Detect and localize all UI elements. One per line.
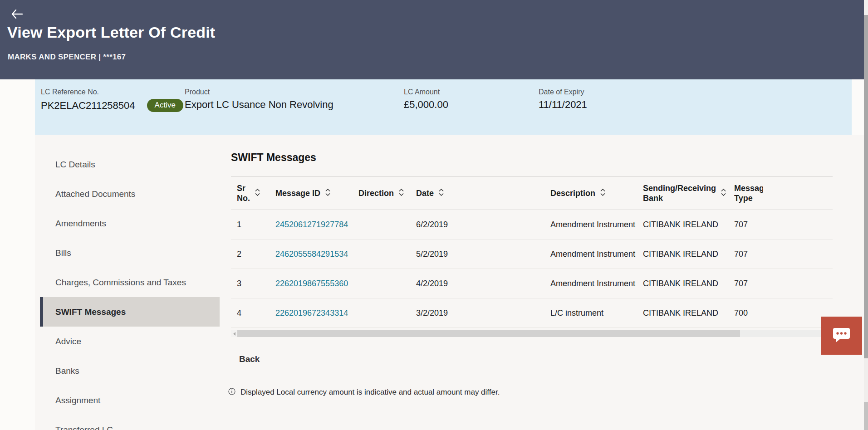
back-arrow-button[interactable]: [10, 8, 25, 21]
info-circle-icon: [228, 388, 235, 397]
cell-bank: CITIBANK IRELAND: [643, 308, 734, 318]
sidebar-item-label: Attached Documents: [55, 189, 135, 199]
summary-field: LC Reference No. PK2ELAC211258504 Active: [41, 88, 183, 112]
column-header-label: Direction: [358, 188, 394, 198]
cell-description: L/C instrument: [550, 308, 643, 318]
summary-bar: LC Reference No. PK2ELAC211258504 Active…: [35, 79, 852, 135]
app-header: View Export Letter Of Credit MARKS AND S…: [0, 0, 868, 79]
horizontal-scrollbar-thumb[interactable]: [237, 330, 740, 337]
cell-message-type: 707: [734, 249, 833, 259]
sidebar-item-label: Assignment: [55, 396, 100, 406]
cell-sr-no: 4: [231, 308, 275, 318]
field-value: 11/11/2021: [539, 99, 587, 111]
summary-field: Product Export LC Usance Non Revolving: [185, 88, 333, 111]
vertical-scrollbar-bottom: [864, 402, 868, 430]
column-header[interactable]: Sr No.: [231, 183, 275, 203]
summary-field: Date of Expiry 11/11/2021: [539, 88, 587, 111]
column-header[interactable]: Date: [416, 188, 550, 199]
table-row: 2 2462055584291534 5/2/2019 Amendment In…: [231, 239, 833, 269]
info-note-text: Displayed Local currency amount is indic…: [240, 388, 500, 397]
page-subtitle: MARKS AND SPENCER | ***167: [8, 53, 126, 62]
field-label: Date of Expiry: [539, 88, 587, 96]
sort-icon[interactable]: [600, 188, 606, 199]
sidebar-item-label: Amendments: [55, 219, 106, 229]
page-title: View Export Letter Of Credit: [7, 24, 215, 41]
column-header[interactable]: Message ID: [275, 188, 358, 199]
chat-bubble-icon: [833, 327, 851, 344]
sidebar-item[interactable]: Advice: [40, 327, 220, 356]
sidebar-item[interactable]: SWIFT Messages: [40, 297, 220, 327]
cell-bank: CITIBANK IRELAND: [643, 220, 734, 230]
vertical-scrollbar-top: [864, 0, 868, 15]
sidebar-item-label: LC Details: [55, 160, 95, 170]
sidebar-item[interactable]: Amendments: [40, 209, 220, 238]
sidebar-item[interactable]: Attached Documents: [40, 179, 220, 209]
column-header-label: Message Type: [734, 183, 763, 203]
sidebar-item-label: Charges, Commissions and Taxes: [55, 278, 186, 288]
back-button[interactable]: Back: [239, 354, 260, 364]
sort-icon[interactable]: [325, 188, 331, 199]
cell-message-type: 707: [734, 279, 833, 288]
column-header[interactable]: Message Type: [734, 183, 833, 203]
message-id-link[interactable]: 2462055584291534: [275, 249, 348, 259]
column-header-label: Description: [550, 188, 595, 198]
sidebar-item[interactable]: Banks: [40, 356, 220, 386]
vertical-scrollbar[interactable]: [864, 0, 868, 430]
arrow-left-icon: [11, 14, 24, 20]
field-label: Product: [185, 88, 333, 96]
chat-button[interactable]: [821, 317, 862, 355]
sidebar-item[interactable]: Assignment: [40, 386, 220, 415]
sort-icon[interactable]: [398, 188, 404, 199]
column-header[interactable]: Direction: [358, 188, 416, 199]
cell-bank: CITIBANK IRELAND: [643, 279, 734, 288]
sidebar-item-label: Transferred LC: [55, 425, 113, 430]
cell-description: Amendment Instrument: [550, 220, 643, 230]
field-value: PK2ELAC211258504: [41, 100, 135, 112]
info-note: Displayed Local currency amount is indic…: [228, 388, 500, 397]
message-id-link[interactable]: 2452061271927784: [275, 220, 348, 229]
sort-icon[interactable]: [255, 188, 260, 199]
column-header-label: Sending/Receiving Bank: [643, 183, 716, 203]
vertical-scrollbar-thumb[interactable]: [864, 15, 868, 358]
cell-date: 6/2/2019: [416, 220, 550, 230]
sidebar-item[interactable]: Bills: [40, 238, 220, 268]
sort-icon[interactable]: [438, 188, 444, 199]
message-id-link[interactable]: 2262019867555360: [275, 279, 348, 288]
table-row: 4 2262019672343314 3/2/2019 L/C instrume…: [231, 298, 833, 328]
message-id-link[interactable]: 2262019672343314: [275, 308, 348, 318]
cell-description: Amendment Instrument: [550, 249, 643, 259]
horizontal-scrollbar[interactable]: [231, 330, 833, 337]
status-badge: Active: [147, 99, 183, 112]
sidebar-item[interactable]: Charges, Commissions and Taxes: [40, 268, 220, 297]
field-value: £5,000.00: [404, 99, 448, 111]
left-triangle-icon: [233, 332, 235, 336]
field-label: LC Amount: [404, 88, 448, 96]
cell-sr-no: 2: [231, 249, 275, 259]
scroll-left-arrow[interactable]: [231, 330, 237, 337]
cell-message-type: 707: [734, 220, 833, 230]
table-row: 1 2452061271927784 6/2/2019 Amendment In…: [231, 210, 833, 239]
sidebar-item[interactable]: Transferred LC: [40, 415, 220, 430]
column-header-label: Message ID: [275, 188, 320, 198]
summary-field: LC Amount £5,000.00: [404, 88, 448, 111]
table-header-row: Sr No. Message ID Direction: [231, 177, 833, 210]
cell-date: 5/2/2019: [416, 249, 550, 259]
sort-icon[interactable]: [721, 188, 726, 199]
sidebar-item-label: Banks: [55, 366, 79, 376]
vertical-scrollbar-track: [864, 358, 868, 402]
cell-date: 4/2/2019: [416, 279, 550, 288]
column-header-label: Date: [416, 188, 434, 198]
column-header[interactable]: Description: [550, 188, 643, 199]
table-row: 3 2262019867555360 4/2/2019 Amendment In…: [231, 269, 833, 298]
section-title: SWIFT Messages: [231, 151, 316, 164]
sidebar-nav: LC Details Attached Documents Amendments…: [40, 150, 220, 430]
column-header[interactable]: Sending/Receiving Bank: [643, 183, 734, 203]
cell-bank: CITIBANK IRELAND: [643, 249, 734, 259]
column-header-label: Sr No.: [237, 183, 250, 203]
sidebar-item-label: Bills: [55, 248, 71, 258]
field-value: Export LC Usance Non Revolving: [185, 99, 333, 111]
field-label: LC Reference No.: [41, 88, 183, 96]
cell-message-type: 700: [734, 308, 833, 318]
sidebar-item[interactable]: LC Details: [40, 150, 220, 179]
sidebar-item-label: Advice: [55, 337, 81, 347]
